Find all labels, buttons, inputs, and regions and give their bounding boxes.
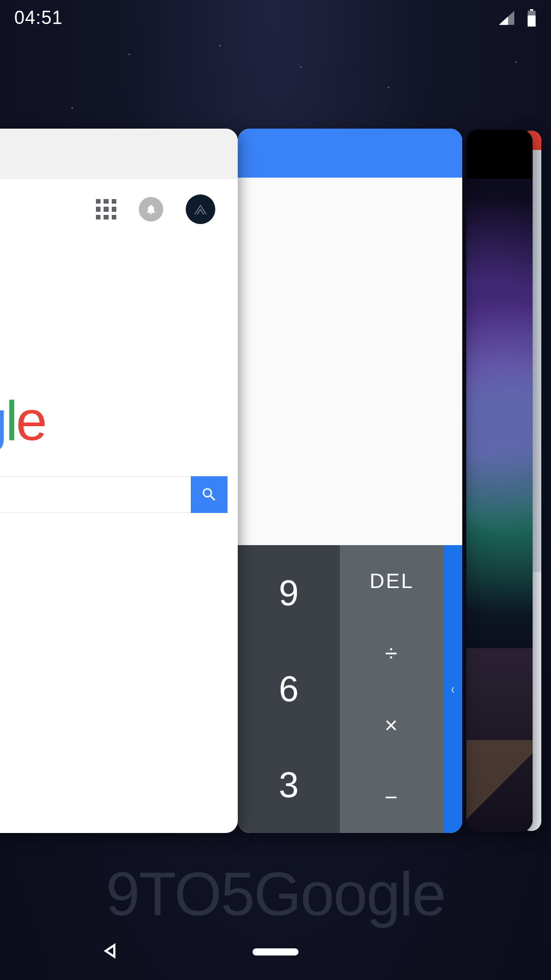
recents-carousel[interactable]: 9 6 3 DEL ÷ × − ‹ — [0, 129, 551, 833]
star-deco — [388, 87, 389, 88]
svg-rect-2 — [528, 15, 535, 27]
back-triangle-icon — [102, 942, 119, 960]
calculator-keypad: 9 6 3 DEL ÷ × − ‹ — [238, 545, 462, 833]
chrome-omnibox-bar[interactable] — [0, 129, 238, 179]
calculator-display — [238, 178, 462, 545]
app-header-bar — [238, 129, 462, 178]
svg-rect-0 — [530, 9, 533, 11]
google-account-toolbar — [0, 179, 238, 240]
logo-letter: g — [0, 389, 6, 452]
status-time: 04:51 — [14, 7, 63, 29]
recents-card-calculator[interactable]: 9 6 3 DEL ÷ × − ‹ — [238, 129, 462, 833]
wallpaper-preview — [466, 179, 533, 648]
calc-key-del[interactable]: DEL — [340, 545, 444, 617]
google-logo: Google — [0, 388, 238, 453]
chevron-left-icon: ‹ — [452, 681, 455, 697]
google-apps-icon[interactable] — [96, 199, 116, 219]
calc-key-minus[interactable]: − — [340, 761, 444, 833]
search-button[interactable] — [191, 476, 228, 513]
calc-key-multiply[interactable]: × — [340, 689, 444, 761]
star-deco — [219, 45, 221, 46]
system-nav-bar — [0, 924, 551, 980]
search-input[interactable] — [0, 476, 191, 513]
star-deco — [71, 107, 73, 109]
status-bar: 04:51 — [0, 0, 551, 36]
calc-advanced-drawer[interactable]: ‹ — [444, 545, 462, 833]
recents-card[interactable] — [466, 130, 533, 832]
calc-key-3[interactable]: 3 — [238, 737, 340, 833]
nav-home-pill[interactable] — [253, 948, 298, 955]
cell-signal-icon — [498, 10, 515, 26]
google-search-row — [0, 476, 238, 513]
calc-key-6[interactable]: 6 — [238, 641, 340, 737]
recents-card-chrome[interactable]: Google — [0, 129, 238, 833]
search-icon — [201, 486, 218, 503]
app-body — [466, 648, 533, 832]
logo-letter: l — [6, 389, 16, 452]
calc-key-divide[interactable]: ÷ — [340, 617, 444, 689]
battery-icon — [527, 9, 537, 27]
nav-back-button[interactable] — [102, 942, 119, 962]
watermark-9to5google: 9TO5Google — [0, 859, 551, 929]
star-deco — [129, 54, 130, 55]
star-deco — [300, 66, 302, 68]
notifications-icon[interactable] — [139, 197, 163, 222]
calc-key-9[interactable]: 9 — [238, 545, 340, 641]
logo-letter: e — [16, 389, 45, 452]
star-deco — [515, 61, 517, 63]
app-header-bar — [466, 130, 533, 179]
account-avatar[interactable] — [186, 194, 215, 224]
